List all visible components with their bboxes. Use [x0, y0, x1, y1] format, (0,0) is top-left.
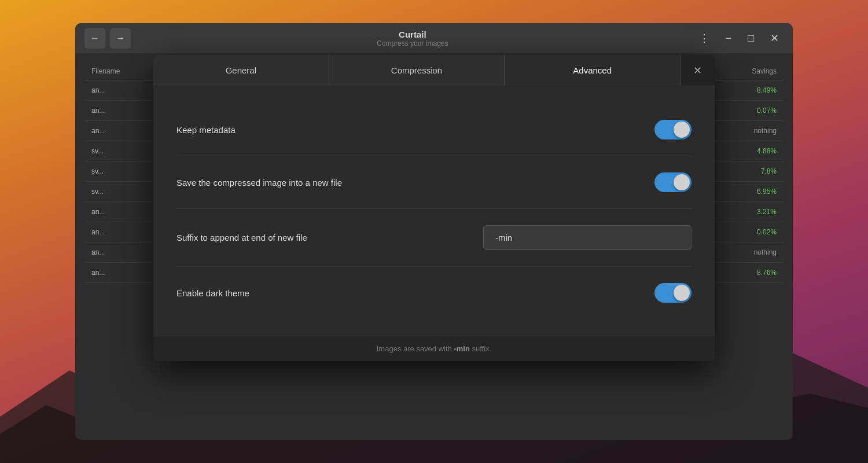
dark-theme-toggle[interactable] [654, 283, 692, 303]
dialog-tabbar: General Compression Advanced ✕ [153, 55, 715, 86]
titlebar-center: Curtail Compress your images [131, 30, 694, 47]
row-filename: an... [91, 228, 105, 236]
titlebar-right: ⋮ − □ ✕ [694, 30, 784, 47]
row-filename: an... [91, 248, 105, 256]
row-filename: sv... [91, 147, 104, 155]
row-savings: nothing [754, 127, 777, 135]
back-button[interactable]: ← [84, 28, 105, 49]
row-filename: sv... [91, 188, 104, 196]
dialog-hint: Images are saved with -min suffix. [153, 336, 715, 361]
app-subtitle: Compress your images [131, 39, 694, 47]
titlebar: ← → Curtail Compress your images ⋮ − □ ✕ [75, 23, 793, 53]
row-filename: an... [91, 127, 105, 135]
maximize-button[interactable]: □ [743, 30, 759, 47]
row-filename: an... [91, 269, 105, 277]
row-savings: 0.07% [757, 106, 777, 115]
tab-advanced[interactable]: Advanced [505, 55, 681, 86]
setting-keep-metadata: Keep metadata [176, 104, 692, 156]
suffix-input[interactable] [483, 225, 692, 250]
app-title: Curtail [131, 30, 694, 39]
row-savings: 3.21% [757, 208, 777, 216]
row-savings: 6.95% [757, 188, 777, 196]
minimize-button[interactable]: − [721, 30, 737, 47]
row-filename: an... [91, 208, 105, 216]
tab-general[interactable]: General [153, 55, 329, 86]
keep-metadata-label: Keep metadata [176, 125, 236, 135]
setting-dark-theme: Enable dark theme [176, 267, 692, 319]
dark-theme-label: Enable dark theme [176, 288, 249, 298]
row-savings: 8.76% [757, 269, 777, 277]
col-savings: Savings [752, 67, 777, 75]
dialog-content: Keep metadata Save the compressed image … [153, 86, 715, 336]
row-savings: 8.49% [757, 86, 777, 94]
save-new-file-toggle[interactable] [654, 172, 692, 192]
menu-button[interactable]: ⋮ [694, 30, 714, 47]
dialog-close-button[interactable]: ✕ [681, 55, 715, 86]
row-savings: 4.88% [757, 147, 777, 155]
suffix-label: Suffix to append at end of new file [176, 233, 307, 242]
close-button[interactable]: ✕ [766, 30, 784, 47]
titlebar-left: ← → [84, 28, 131, 49]
setting-save-new-file: Save the compressed image into a new fil… [176, 156, 692, 209]
row-savings: 0.02% [757, 228, 777, 236]
row-filename: sv... [91, 167, 104, 175]
setting-suffix: Suffix to append at end of new file [176, 209, 692, 267]
forward-button[interactable]: → [110, 28, 131, 49]
row-filename: an... [91, 106, 105, 115]
settings-dialog: General Compression Advanced ✕ Keep meta… [153, 55, 715, 361]
row-filename: an... [91, 86, 105, 94]
save-new-file-label: Save the compressed image into a new fil… [176, 178, 342, 188]
col-filename: Filename [91, 67, 120, 75]
row-savings: nothing [754, 248, 777, 256]
tab-compression[interactable]: Compression [329, 55, 505, 86]
row-savings: 7.8% [761, 167, 777, 175]
keep-metadata-toggle[interactable] [654, 120, 692, 139]
